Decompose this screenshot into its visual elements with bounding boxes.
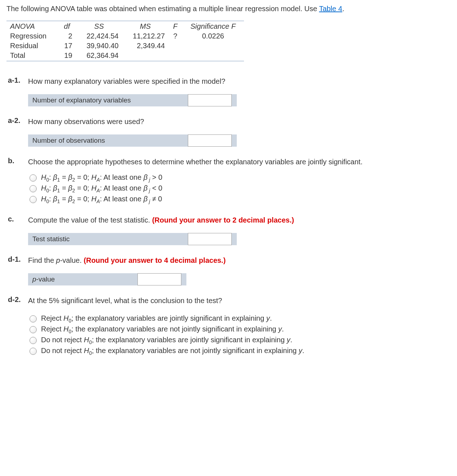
anova-header-f: F <box>168 22 182 31</box>
intro-after: . <box>342 5 344 13</box>
answer-a1-row: Number of explanatory variables <box>28 94 451 106</box>
question-a1-text: How many explanatory variables were spec… <box>28 76 451 86</box>
t: Do not reject <box>41 336 84 344</box>
question-d2-choices: Reject H0; the explanatory variables are… <box>30 313 451 357</box>
question-b: b. Choose the appropriate hypotheses to … <box>28 157 451 205</box>
radio-icon <box>30 174 37 182</box>
question-c-marker: c. <box>8 215 26 223</box>
anova-cell: Residual <box>6 41 58 51</box>
answer-tail <box>232 94 237 106</box>
question-d1-marker: d-1. <box>8 255 26 264</box>
question-b-text: Choose the appropriate hypotheses to det… <box>28 157 451 167</box>
anova-cell: 2,349.44 <box>122 41 168 51</box>
answer-gap <box>166 94 188 106</box>
radio-icon <box>30 196 37 203</box>
anova-table-container: ANOVA df SS MS F Significance F Regressi… <box>6 20 244 62</box>
question-d1: d-1. Find the p-value. (Round your answe… <box>28 255 451 285</box>
question-c-text-red: (Round your answer to 2 decimal places.) <box>152 216 294 224</box>
radio-icon <box>30 348 37 355</box>
answer-a2-input[interactable] <box>188 134 232 147</box>
anova-cell: 19 <box>58 51 76 60</box>
answer-c-row: Test statistic <box>28 233 451 245</box>
choice-d2-3[interactable]: Do not reject H0; the explanatory variab… <box>30 335 451 346</box>
d1-after: -value. <box>60 256 84 264</box>
question-a2-marker: a-2. <box>8 116 26 125</box>
choice-b-3-label: H0: β1 = β2 = 0; HA: At least one β j ≠ … <box>41 195 162 204</box>
choice-d2-4[interactable]: Do not reject H0; the explanatory variab… <box>30 346 451 357</box>
anova-header-anova: ANOVA <box>6 22 58 31</box>
anova-row-residual: Residual 17 39,940.40 2,349.44 <box>6 41 244 51</box>
answer-tail <box>181 273 186 285</box>
radio-icon <box>30 185 37 192</box>
question-a2-text: How many observations were used? <box>28 116 451 127</box>
t: Reject <box>41 325 63 333</box>
anova-cell: 17 <box>58 41 76 51</box>
answer-d1-row: p-value <box>28 273 451 285</box>
choice-d2-1[interactable]: Reject H0; the explanatory variables are… <box>30 313 451 324</box>
table-4-link[interactable]: Table 4 <box>319 5 343 13</box>
t: y <box>287 336 290 344</box>
answer-a2-label: Number of observations <box>28 134 166 147</box>
anova-cell: 22,424.54 <box>76 31 122 41</box>
question-d2-text: At the 5% significant level, what is the… <box>28 296 451 306</box>
question-c: c. Compute the value of the test statist… <box>28 215 451 245</box>
anova-header-sigf: Significance F <box>182 22 244 31</box>
t: Reject <box>41 314 63 322</box>
answer-d1-label: p-value <box>28 273 130 285</box>
question-d2-marker: d-2. <box>8 296 26 304</box>
radio-icon <box>30 315 37 322</box>
anova-cell: 0.0226 <box>182 31 244 41</box>
t: y <box>266 314 270 322</box>
choice-d2-4-label: Do not reject H0; the explanatory variab… <box>41 347 304 356</box>
choice-op: < <box>152 184 157 192</box>
choice-b-1[interactable]: H0: β1 = β2 = 0; HA: At least one β j > … <box>30 173 451 183</box>
answer-d1-input[interactable] <box>137 273 181 285</box>
anova-cell: 2 <box>58 31 76 41</box>
anova-cell: Total <box>6 51 58 60</box>
radio-icon <box>30 337 37 344</box>
anova-header-df: df <box>58 22 76 31</box>
t: . <box>270 314 272 322</box>
anova-cell <box>168 41 182 51</box>
choice-d2-2[interactable]: Reject H0; the explanatory variables are… <box>30 324 451 335</box>
anova-cell: 39,940.40 <box>76 41 122 51</box>
answer-c-input[interactable] <box>188 233 232 245</box>
choice-d2-3-label: Do not reject H0; the explanatory variab… <box>41 336 292 345</box>
answer-c-label: Test statistic <box>28 233 181 245</box>
t: y <box>278 325 282 333</box>
question-d1-text: Find the p-value. (Round your answer to … <box>28 255 451 265</box>
question-a2: a-2. How many observations were used? Nu… <box>28 116 451 147</box>
question-b-marker: b. <box>8 157 26 165</box>
choice-op: ≠ <box>152 195 156 203</box>
d1-label-rest: -value <box>36 275 55 283</box>
t: . <box>302 347 304 354</box>
t: ; the explanatory variables are jointly … <box>72 314 266 322</box>
answer-tail <box>232 233 237 245</box>
choice-b-2-label: H0: β1 = β2 = 0; HA: At least one β j < … <box>41 184 162 193</box>
anova-cell <box>122 51 168 60</box>
d1-p: p <box>56 256 60 264</box>
anova-header-ss: SS <box>76 22 122 31</box>
t: ; the explanatory variables are jointly … <box>92 336 286 344</box>
question-a1: a-1. How many explanatory variables were… <box>28 76 451 106</box>
d1-label-p: p <box>32 275 36 283</box>
question-c-text: Compute the value of the test statistic.… <box>28 215 451 225</box>
intro-before: The following ANOVA table was obtained w… <box>6 5 319 13</box>
d1-before: Find the <box>28 256 56 264</box>
anova-header-row: ANOVA df SS MS F Significance F <box>6 22 244 31</box>
t: ; the explanatory variables are not join… <box>72 325 279 333</box>
d1-red: (Round your answer to 4 decimal places.) <box>84 256 226 264</box>
t: . <box>282 325 284 333</box>
question-b-choices: H0: β1 = β2 = 0; HA: At least one β j > … <box>30 173 451 205</box>
intro-text: The following ANOVA table was obtained w… <box>6 4 451 14</box>
anova-row-regression: Regression 2 22,424.54 11,212.27 ? 0.022… <box>6 31 244 41</box>
choice-d2-1-label: Reject H0; the explanatory variables are… <box>41 314 272 324</box>
choice-b-3[interactable]: H0: β1 = β2 = 0; HA: At least one β j ≠ … <box>30 194 451 205</box>
anova-header-ms: MS <box>122 22 168 31</box>
choice-d2-2-label: Reject H0; the explanatory variables are… <box>41 325 284 334</box>
choice-b-2[interactable]: H0: β1 = β2 = 0; HA: At least one β j < … <box>30 183 451 194</box>
answer-a1-input[interactable] <box>188 94 232 106</box>
anova-cell <box>182 51 244 60</box>
anova-cell <box>182 41 244 51</box>
t: . <box>290 336 293 344</box>
